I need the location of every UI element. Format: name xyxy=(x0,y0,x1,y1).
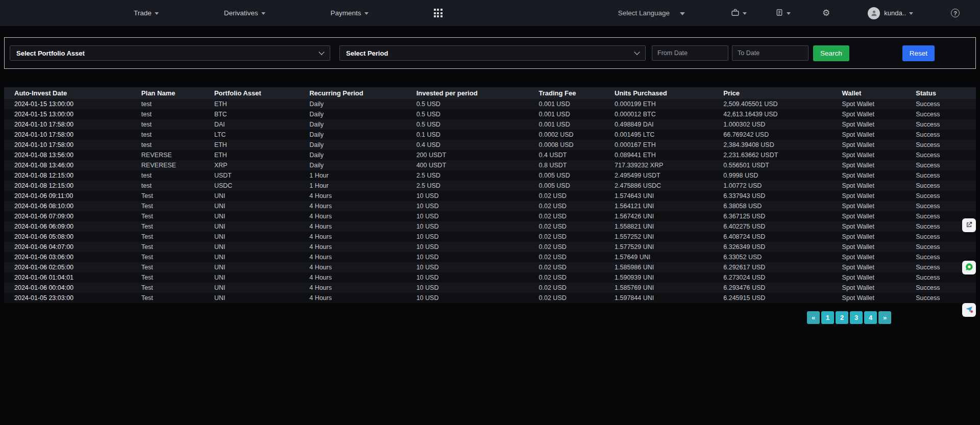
table-cell: 10 USD xyxy=(412,242,535,252)
table-cell: Test xyxy=(137,211,210,221)
help-button[interactable]: ? xyxy=(951,9,960,17)
pagination-page-1[interactable]: 1 xyxy=(821,311,834,324)
nav-item-label: Trade xyxy=(134,9,152,17)
table-cell: test xyxy=(137,99,210,109)
table-cell: Test xyxy=(137,293,210,303)
nav-item-payments[interactable]: Payments xyxy=(331,9,369,17)
table-row: 2024-01-06 01:04:01TestUNI4 Hours10 USD0… xyxy=(4,272,976,283)
table-cell: Success xyxy=(912,99,976,109)
table-cell: Spot Wallet xyxy=(838,252,912,262)
table-cell: 6.33052 USD xyxy=(719,252,838,262)
caret-down-icon xyxy=(364,12,369,15)
table-cell: Daily xyxy=(305,140,412,150)
portfolio-asset-select[interactable]: Select Portfolio Asset xyxy=(10,45,330,61)
table-cell: 0.4 USDT xyxy=(535,150,611,160)
messenger-widget-button[interactable] xyxy=(962,303,976,317)
table-cell: Test xyxy=(137,252,210,262)
language-selector[interactable]: Select Language xyxy=(618,9,685,17)
period-select-value: Select Period xyxy=(346,49,388,57)
table-row: 2024-01-10 17:58:00testLTCDaily0.1 USD0.… xyxy=(4,130,976,140)
table-cell: 0.001 USD xyxy=(535,119,611,130)
table-cell: Test xyxy=(137,201,210,211)
table-row: 2024-01-06 06:09:00TestUNI4 Hours10 USD0… xyxy=(4,221,976,232)
table-cell: 0.001 USD xyxy=(535,99,611,109)
chat-widget-button[interactable] xyxy=(962,261,976,274)
apps-grid-icon[interactable] xyxy=(434,9,443,17)
table-cell: 0.5 USD xyxy=(412,109,535,119)
user-menu[interactable]: kunda.. xyxy=(868,7,913,19)
table-cell: 717.339232 XRP xyxy=(610,160,719,170)
table-cell: 0.5 USD xyxy=(412,119,535,130)
table-cell: Spot Wallet xyxy=(838,201,912,211)
table-cell: 1.567426 UNI xyxy=(610,211,719,221)
column-header: Portfolio Asset xyxy=(210,87,306,99)
settings-button[interactable]: ⚙ xyxy=(822,9,830,17)
to-date-input[interactable] xyxy=(732,45,808,61)
table-row: 2024-01-06 07:09:00TestUNI4 Hours10 USD0… xyxy=(4,211,976,221)
column-header: Status xyxy=(912,87,976,99)
period-select[interactable]: Select Period xyxy=(339,45,646,61)
wallet-menu[interactable] xyxy=(731,8,747,18)
share-widget-button[interactable] xyxy=(962,218,976,232)
table-cell: 0.498849 DAI xyxy=(610,119,719,130)
table-row: 2024-01-06 04:07:00TestUNI4 Hours10 USD0… xyxy=(4,242,976,252)
table-cell: 2.5 USD xyxy=(412,181,535,191)
table-cell: Spot Wallet xyxy=(838,130,912,140)
table-cell: 2024-01-06 00:04:00 xyxy=(4,283,137,293)
table-cell: 2024-01-06 01:04:01 xyxy=(4,272,137,283)
language-label: Select Language xyxy=(618,9,670,17)
table-cell: Spot Wallet xyxy=(838,191,912,201)
pagination-page-3[interactable]: 3 xyxy=(850,311,863,324)
pagination-page-4[interactable]: 4 xyxy=(864,311,877,324)
table-cell: 2.5 USD xyxy=(412,170,535,181)
nav-item-derivatives[interactable]: Derivatives xyxy=(224,9,265,17)
table-cell: 2.475886 USDC xyxy=(610,181,719,191)
orders-menu[interactable] xyxy=(775,8,791,18)
search-button[interactable]: Search xyxy=(813,45,849,61)
table-cell: Daily xyxy=(305,150,412,160)
table-cell: Spot Wallet xyxy=(838,109,912,119)
table-cell: Spot Wallet xyxy=(838,242,912,252)
table-cell: Spot Wallet xyxy=(838,262,912,272)
table-cell: 0.02 USD xyxy=(535,232,611,242)
table-cell: Spot Wallet xyxy=(838,283,912,293)
table-cell: 66.769242 USD xyxy=(719,130,838,140)
table-cell: 0.4 USD xyxy=(412,140,535,150)
table-cell: 2024-01-15 13:00:00 xyxy=(4,109,137,119)
table-cell: ETH xyxy=(210,140,306,150)
pagination: «1234» xyxy=(4,311,891,324)
caret-down-icon xyxy=(155,12,159,15)
table-cell: 6.408724 USD xyxy=(719,232,838,242)
table-cell: 1.577529 UNI xyxy=(610,242,719,252)
reset-button[interactable]: Reset xyxy=(902,45,935,61)
column-header: Auto-Invest Date xyxy=(4,87,137,99)
table-cell: Success xyxy=(912,119,976,130)
table-cell: 0.000199 ETH xyxy=(610,99,719,109)
pagination-page-2[interactable]: 2 xyxy=(836,311,848,324)
table-cell: 4 Hours xyxy=(305,232,412,242)
table-cell: USDT xyxy=(210,170,306,181)
top-navbar: TradeDerivativesPayments Select Language xyxy=(0,0,980,26)
nav-item-trade[interactable]: Trade xyxy=(134,9,159,17)
pagination-prev[interactable]: « xyxy=(807,311,820,324)
table-cell: 1.574643 UNI xyxy=(610,191,719,201)
table-row: 2024-01-06 05:08:00TestUNI4 Hours10 USD0… xyxy=(4,232,976,242)
table-cell: 42,613.16439 USD xyxy=(719,109,838,119)
username-label: kunda.. xyxy=(884,9,906,17)
table-cell: Spot Wallet xyxy=(838,293,912,303)
table-cell: Spot Wallet xyxy=(838,181,912,191)
table-cell: Success xyxy=(912,109,976,119)
table-cell: 0.02 USD xyxy=(535,262,611,272)
table-cell: 6.38058 USD xyxy=(719,201,838,211)
table-row: 2024-01-06 02:05:00TestUNI4 Hours10 USD0… xyxy=(4,262,976,272)
table-body: 2024-01-15 13:00:00testETHDaily0.5 USD0.… xyxy=(4,99,976,303)
from-date-input[interactable] xyxy=(652,45,728,61)
auto-invest-table: Auto-Invest DatePlan NamePortfolio Asset… xyxy=(4,87,976,303)
table-cell: XRP xyxy=(210,160,306,170)
table-cell: 4 Hours xyxy=(305,211,412,221)
table-cell: 0.02 USD xyxy=(535,242,611,252)
caret-down-icon xyxy=(261,12,265,15)
table-cell: 2024-01-06 05:08:00 xyxy=(4,232,137,242)
table-cell: ETH xyxy=(210,99,306,109)
pagination-next[interactable]: » xyxy=(878,311,891,324)
